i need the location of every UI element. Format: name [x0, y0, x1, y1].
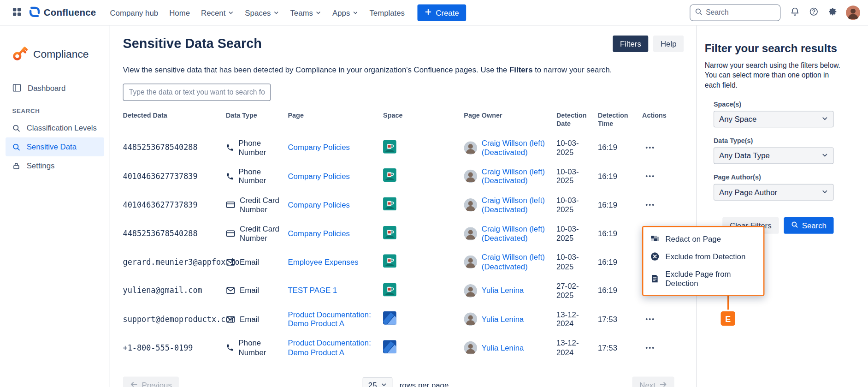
detected-data-value: gerard.meunier3@appfox.io — [123, 248, 226, 276]
compliance-logo: Compliance — [6, 40, 104, 68]
confluence-app: Confluence Company hubHomeRecentSpacesTe… — [0, 0, 868, 387]
filters-button[interactable]: Filters — [613, 36, 648, 52]
page-link[interactable]: Company Policies — [288, 172, 350, 180]
help-page-button[interactable]: Help — [653, 36, 684, 52]
sidebar-item-dashboard[interactable]: Dashboard — [6, 78, 104, 97]
notifications-button[interactable] — [786, 4, 803, 21]
global-search-input[interactable] — [706, 8, 767, 17]
notifications-icon — [790, 6, 800, 18]
page-link[interactable]: Employee Expenses — [288, 257, 358, 266]
app-switcher-button[interactable] — [8, 4, 25, 21]
page-owner-link[interactable]: Craig Willson (left)(Deactivated) — [482, 224, 545, 243]
detected-data-value: +1-800-555-0199 — [123, 333, 226, 362]
search-icon — [695, 8, 703, 17]
sidebar-section-search: SEARCH — [6, 97, 104, 119]
owner-avatar — [464, 256, 477, 269]
page-owner-link[interactable]: Yulia Lenina — [482, 343, 524, 352]
sensitive-data-table: Detected DataData TypePageSpacePage Owne… — [123, 109, 667, 363]
row-actions-button[interactable]: ••• — [642, 198, 658, 212]
detection-date-value: 10-03-2025 — [556, 248, 598, 276]
menu-item-exclude-from-detection[interactable]: Exclude from Detection — [643, 248, 763, 265]
teal-cup-icon[interactable] — [383, 140, 396, 154]
user-avatar[interactable] — [846, 5, 860, 19]
row-actions-menu: Redact on PageExclude from DetectionExcl… — [642, 226, 764, 296]
table-row: +1-800-555-0199Phone NumberProduct Docum… — [123, 333, 667, 362]
nav-item-home[interactable]: Home — [164, 5, 195, 20]
page-owner-link[interactable]: Craig Willson (left)(Deactivated) — [482, 253, 545, 271]
page-link[interactable]: Company Policies — [288, 200, 350, 209]
search-icon — [12, 143, 20, 151]
create-button[interactable]: Create — [418, 4, 466, 21]
row-actions-button[interactable]: ••• — [642, 141, 658, 155]
page-link[interactable]: Company Policies — [288, 229, 350, 238]
page-size-value: 25 — [368, 381, 377, 387]
search-icon — [791, 221, 798, 230]
page-link[interactable]: Product Documentation: Demo Product A — [288, 339, 371, 357]
filter-field-label: Data Type(s) — [714, 137, 868, 144]
chevron-down-icon — [316, 8, 321, 17]
nav-item-templates[interactable]: Templates — [365, 5, 410, 20]
detection-date-value: 10-03-2025 — [556, 162, 598, 191]
previous-page-button[interactable]: Previous — [123, 376, 179, 387]
page-owner-link[interactable]: Craig Willson (left)(Deactivated) — [482, 196, 545, 214]
nav-item-label: Home — [169, 8, 190, 17]
row-actions-button[interactable]: ••• — [642, 313, 658, 326]
blue-product-icon[interactable] — [383, 311, 396, 325]
page-owner-link[interactable]: Yulia Lenina — [482, 286, 524, 295]
sidebar-item-label: Settings — [27, 161, 55, 170]
filter-panel-title: Filter your search results — [705, 42, 868, 55]
confluence-logo[interactable]: Confluence — [29, 6, 96, 19]
page-link[interactable]: Company Policies — [288, 143, 350, 152]
page-size-select[interactable]: 25 — [363, 377, 392, 387]
nav-item-spaces[interactable]: Spaces — [240, 5, 284, 20]
chevron-down-icon — [353, 8, 358, 17]
page-link[interactable]: Product Documentation: Demo Product A — [288, 310, 371, 328]
filter-select-page-author-s[interactable]: Any Page Author — [714, 184, 834, 200]
help-button[interactable] — [805, 4, 822, 21]
table-row: 4010463627737839Credit Card NumberCompan… — [123, 191, 667, 219]
table-row: 4485253678540288Phone NumberCompany Poli… — [123, 133, 667, 162]
data-search-input[interactable] — [123, 83, 271, 101]
blue-product-icon[interactable] — [383, 340, 396, 353]
row-actions-button[interactable]: ••• — [642, 170, 658, 183]
page-owner-link[interactable]: Craig Willson (left)(Deactivated) — [482, 138, 545, 157]
confluence-mark-icon — [29, 6, 40, 19]
page-title: Sensitive Data Search — [123, 36, 262, 52]
filter-select-space-s[interactable]: Any Space — [714, 111, 834, 127]
detected-data-value: support@demoproductx.com — [123, 305, 226, 333]
teal-cup-icon[interactable] — [383, 226, 396, 239]
data-type-label: Phone Number — [239, 138, 283, 157]
detection-time-value: 17:53 — [598, 305, 642, 333]
nav-item-recent[interactable]: Recent — [196, 5, 239, 20]
sidebar-item-classification-levels[interactable]: Classification Levels — [6, 119, 104, 137]
teal-cup-icon[interactable] — [383, 255, 396, 268]
settings-button[interactable] — [824, 4, 841, 21]
lock-icon — [12, 161, 20, 170]
filter-search-button[interactable]: Search — [784, 217, 834, 233]
global-search[interactable] — [690, 4, 780, 21]
nav-item-company-hub[interactable]: Company hub — [105, 5, 163, 20]
next-page-button[interactable]: Next — [632, 376, 674, 387]
data-type-label: Email — [240, 286, 259, 295]
menu-item-exclude-page-from-detection[interactable]: Exclude Page from Detection — [643, 265, 763, 292]
column-header-page: Page — [288, 109, 383, 134]
teal-cup-icon[interactable] — [383, 283, 396, 296]
nav-item-apps[interactable]: Apps — [327, 5, 363, 20]
sidebar-item-sensitive-data[interactable]: Sensitive Data — [6, 137, 104, 156]
column-header-data-type: Data Type — [226, 109, 288, 134]
teal-cup-icon[interactable] — [383, 169, 396, 182]
page-link[interactable]: TEST PAGE 1 — [288, 286, 337, 295]
page-owner-link[interactable]: Yulia Lenina — [482, 315, 524, 324]
nav-item-teams[interactable]: Teams — [285, 5, 326, 20]
email-icon — [226, 257, 235, 267]
menu-item-redact-on-page[interactable]: Redact on Page — [643, 230, 763, 247]
table-row: gerard.meunier3@appfox.ioEmailEmployee E… — [123, 248, 667, 276]
page-owner-link[interactable]: Craig Willson (left)(Deactivated) — [482, 167, 545, 185]
filter-panel: Filter your search results Narrow your s… — [697, 25, 868, 387]
sidebar-item-settings[interactable]: Settings — [6, 156, 104, 175]
filter-select-data-type-s[interactable]: Any Data Type — [714, 147, 834, 164]
menu-item-label: Redact on Page — [665, 234, 721, 243]
row-actions-button[interactable]: ••• — [642, 341, 658, 355]
chevron-down-icon — [381, 381, 387, 387]
teal-cup-icon[interactable] — [383, 197, 396, 211]
